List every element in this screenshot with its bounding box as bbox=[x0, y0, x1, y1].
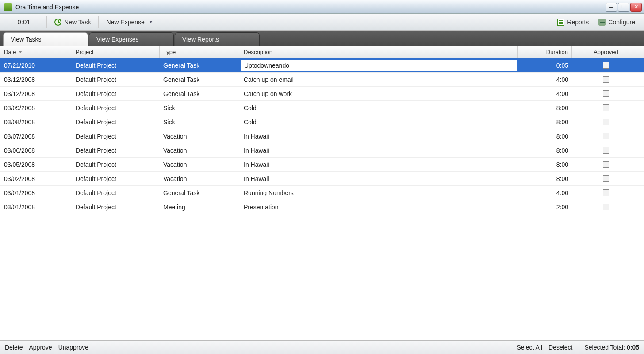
approve-button[interactable]: Approve bbox=[29, 344, 52, 351]
configure-button[interactable]: Configure bbox=[594, 15, 640, 29]
cell-type[interactable]: General Task bbox=[160, 76, 240, 83]
delete-button[interactable]: Delete bbox=[5, 344, 23, 351]
cell-project[interactable]: Default Project bbox=[72, 62, 160, 69]
cell-type[interactable]: General Task bbox=[160, 189, 240, 196]
deselect-button[interactable]: Deselect bbox=[548, 344, 572, 351]
cell-date[interactable]: 03/12/2008 bbox=[0, 76, 72, 83]
approved-checkbox[interactable] bbox=[603, 161, 610, 168]
cell-type[interactable]: General Task bbox=[160, 90, 240, 97]
col-header-type[interactable]: Type bbox=[160, 46, 240, 58]
cell-duration[interactable]: 8:00 bbox=[518, 175, 572, 182]
cell-description[interactable]: Catch up on email bbox=[240, 76, 518, 83]
cell-project[interactable]: Default Project bbox=[72, 204, 160, 211]
tab-view-tasks[interactable]: View Tasks bbox=[3, 32, 88, 46]
tab-view-reports[interactable]: View Reports bbox=[175, 32, 260, 46]
table-row[interactable]: 03/09/2008Default ProjectSickCold8:00 bbox=[0, 101, 644, 115]
table-row[interactable]: 07/21/2010Default ProjectGeneral TaskUpt… bbox=[0, 58, 644, 73]
cell-duration[interactable]: 8:00 bbox=[518, 161, 572, 168]
cell-type[interactable]: Sick bbox=[160, 119, 240, 126]
cell-type[interactable]: General Task bbox=[160, 62, 240, 69]
approved-checkbox[interactable] bbox=[603, 147, 610, 154]
cell-description[interactable]: Uptodowneando bbox=[240, 60, 518, 71]
description-input[interactable]: Uptodowneando bbox=[241, 60, 517, 71]
col-header-duration[interactable]: Duration bbox=[518, 46, 572, 58]
cell-duration[interactable]: 4:00 bbox=[518, 90, 572, 97]
table-row[interactable]: 03/12/2008Default ProjectGeneral TaskCat… bbox=[0, 73, 644, 87]
cell-description[interactable]: Catch up on work bbox=[240, 90, 518, 97]
cell-date[interactable]: 03/01/2008 bbox=[0, 189, 72, 196]
cell-project[interactable]: Default Project bbox=[72, 76, 160, 83]
table-row[interactable]: 03/01/2008Default ProjectMeetingPresenta… bbox=[0, 200, 644, 214]
cell-date[interactable]: 03/02/2008 bbox=[0, 175, 72, 182]
cell-date[interactable]: 03/05/2008 bbox=[0, 161, 72, 168]
cell-type[interactable]: Vacation bbox=[160, 161, 240, 168]
approved-checkbox[interactable] bbox=[603, 189, 610, 196]
minimize-button[interactable]: ─ bbox=[606, 3, 617, 12]
cell-description[interactable]: In Hawaii bbox=[240, 147, 518, 154]
table-row[interactable]: 03/08/2008Default ProjectSickCold8:00 bbox=[0, 115, 644, 129]
cell-date[interactable]: 07/21/2010 bbox=[0, 62, 72, 69]
cell-duration[interactable]: 0:05 bbox=[518, 62, 572, 69]
cell-duration[interactable]: 4:00 bbox=[518, 76, 572, 83]
cell-date[interactable]: 03/07/2008 bbox=[0, 133, 72, 140]
col-header-project[interactable]: Project bbox=[72, 46, 160, 58]
cell-description[interactable]: Cold bbox=[240, 104, 518, 112]
cell-project[interactable]: Default Project bbox=[72, 90, 160, 97]
cell-project[interactable]: Default Project bbox=[72, 119, 160, 126]
new-task-button[interactable]: New Task bbox=[50, 15, 96, 29]
cell-type[interactable]: Meeting bbox=[160, 204, 240, 211]
table-row[interactable]: 03/05/2008Default ProjectVacationIn Hawa… bbox=[0, 158, 644, 172]
cell-project[interactable]: Default Project bbox=[72, 189, 160, 196]
cell-duration[interactable]: 8:00 bbox=[518, 147, 572, 154]
col-header-approved[interactable]: Approved bbox=[572, 46, 640, 58]
cell-project[interactable]: Default Project bbox=[72, 175, 160, 182]
cell-description[interactable]: In Hawaii bbox=[240, 175, 518, 182]
approved-checkbox[interactable] bbox=[603, 133, 610, 139]
table-row[interactable]: 03/07/2008Default ProjectVacationIn Hawa… bbox=[0, 129, 644, 143]
cell-project[interactable]: Default Project bbox=[72, 161, 160, 168]
table-row[interactable]: 03/02/2008Default ProjectVacationIn Hawa… bbox=[0, 172, 644, 186]
approved-checkbox[interactable] bbox=[603, 104, 610, 111]
approved-checkbox[interactable] bbox=[603, 119, 610, 125]
cell-type[interactable]: Vacation bbox=[160, 175, 240, 182]
cell-date[interactable]: 03/01/2008 bbox=[0, 204, 72, 211]
tab-view-expenses[interactable]: View Expenses bbox=[89, 32, 174, 46]
cell-description[interactable]: In Hawaii bbox=[240, 161, 518, 168]
cell-date[interactable]: 03/08/2008 bbox=[0, 119, 72, 126]
col-header-description[interactable]: Description bbox=[240, 46, 518, 58]
cell-type[interactable]: Sick bbox=[160, 104, 240, 112]
close-button[interactable]: ✕ bbox=[630, 3, 642, 12]
cell-approved bbox=[572, 147, 640, 154]
approved-checkbox[interactable] bbox=[603, 62, 610, 69]
cell-description[interactable]: Running Numbers bbox=[240, 189, 518, 196]
cell-type[interactable]: Vacation bbox=[160, 147, 240, 154]
cell-duration[interactable]: 4:00 bbox=[518, 189, 572, 196]
cell-duration[interactable]: 8:00 bbox=[518, 133, 572, 140]
cell-project[interactable]: Default Project bbox=[72, 104, 160, 112]
approved-checkbox[interactable] bbox=[603, 175, 610, 182]
table-row[interactable]: 03/01/2008Default ProjectGeneral TaskRun… bbox=[0, 186, 644, 200]
cell-description[interactable]: Cold bbox=[240, 119, 518, 126]
table-row[interactable]: 03/06/2008Default ProjectVacationIn Hawa… bbox=[0, 143, 644, 158]
reports-button[interactable]: Reports bbox=[552, 15, 594, 29]
approved-checkbox[interactable] bbox=[603, 204, 610, 210]
cell-date[interactable]: 03/09/2008 bbox=[0, 104, 72, 112]
cell-duration[interactable]: 8:00 bbox=[518, 119, 572, 126]
approved-checkbox[interactable] bbox=[603, 76, 610, 83]
cell-type[interactable]: Vacation bbox=[160, 133, 240, 140]
new-expense-button[interactable]: New Expense bbox=[101, 15, 157, 29]
cell-duration[interactable]: 8:00 bbox=[518, 104, 572, 112]
maximize-button[interactable]: ☐ bbox=[618, 3, 629, 12]
cell-project[interactable]: Default Project bbox=[72, 133, 160, 140]
unapprove-button[interactable]: Unapprove bbox=[58, 344, 89, 351]
cell-duration[interactable]: 2:00 bbox=[518, 204, 572, 211]
cell-description[interactable]: Presentation bbox=[240, 204, 518, 211]
cell-project[interactable]: Default Project bbox=[72, 147, 160, 154]
cell-date[interactable]: 03/06/2008 bbox=[0, 147, 72, 154]
col-header-date[interactable]: Date bbox=[0, 46, 72, 58]
select-all-button[interactable]: Select All bbox=[517, 344, 542, 351]
cell-description[interactable]: In Hawaii bbox=[240, 133, 518, 140]
cell-date[interactable]: 03/12/2008 bbox=[0, 90, 72, 97]
approved-checkbox[interactable] bbox=[603, 90, 610, 97]
table-row[interactable]: 03/12/2008Default ProjectGeneral TaskCat… bbox=[0, 87, 644, 101]
